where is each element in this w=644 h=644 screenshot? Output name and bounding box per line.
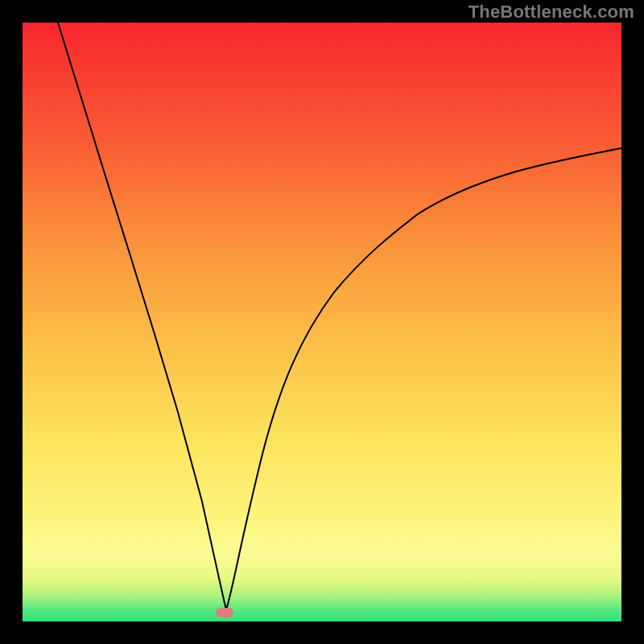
- curve-left-branch: [58, 23, 226, 610]
- watermark-text: TheBottleneck.com: [469, 2, 634, 23]
- chart-frame: TheBottleneck.com: [0, 0, 644, 644]
- bottleneck-curve: [23, 23, 621, 621]
- optimal-marker: [216, 608, 233, 617]
- curve-right-branch: [226, 148, 621, 610]
- plot-area: [23, 23, 621, 621]
